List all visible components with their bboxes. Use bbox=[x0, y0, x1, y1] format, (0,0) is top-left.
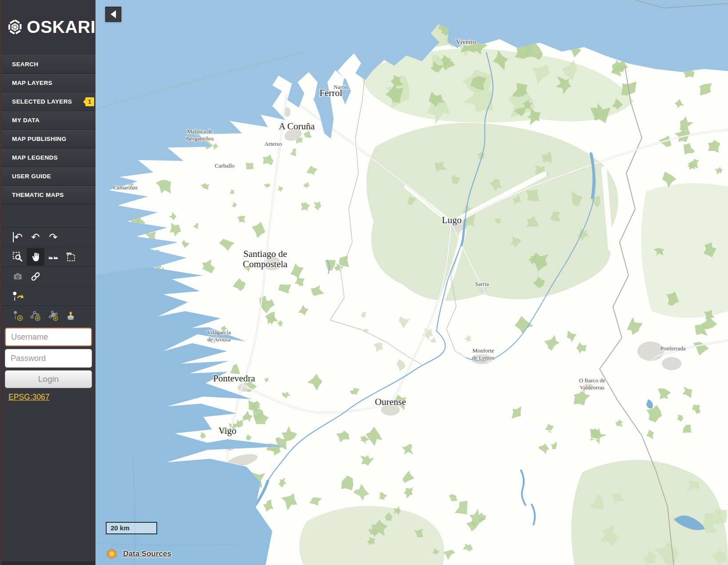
toolbar-row-marker bbox=[1, 286, 95, 305]
menu-label: MAP PUBLISHING bbox=[12, 136, 66, 142]
panel-collapse-button[interactable] bbox=[105, 7, 121, 22]
menu-label: USER GUIDE bbox=[12, 173, 51, 180]
menu-label: SELECTED LAYERS bbox=[12, 98, 72, 105]
camera-icon bbox=[12, 271, 24, 282]
toolbar-row-myplaces bbox=[1, 305, 95, 325]
link-icon bbox=[30, 271, 41, 282]
scale-bar-label: 20 km bbox=[111, 524, 130, 532]
add-point-button[interactable] bbox=[9, 307, 27, 325]
menu-item-search[interactable]: SEARCH bbox=[1, 55, 95, 74]
history-reset-icon: ↶ bbox=[13, 232, 23, 242]
map-label-camarinas: Camariñas bbox=[113, 184, 138, 191]
toolbar-row-history: ↶ ↶ ↷ bbox=[1, 227, 95, 247]
menu-label: THEMATIC MAPS bbox=[12, 192, 64, 198]
selected-layers-count-badge: 1 bbox=[85, 97, 94, 106]
toolbar-row-share bbox=[1, 266, 95, 286]
measure-area-icon bbox=[65, 251, 77, 263]
oskari-hexagon-logo-icon bbox=[107, 549, 117, 559]
oskari-app: OSKARI SEARCH MAP LAYERS SELECTED LAYERS… bbox=[0, 0, 728, 565]
add-area-button[interactable] bbox=[44, 307, 62, 325]
map-label-ferrol: Ferrol bbox=[319, 88, 342, 98]
add-line-button[interactable] bbox=[27, 307, 44, 325]
import-data-button[interactable] bbox=[62, 307, 80, 325]
history-reset-button[interactable]: ↶ bbox=[9, 228, 27, 246]
map-label-pontevedra: Pontevedra bbox=[213, 373, 255, 384]
zoom-box-icon bbox=[12, 251, 24, 263]
menu-item-selected-layers[interactable]: SELECTED LAYERS 1 bbox=[1, 92, 95, 111]
menu-label: SEARCH bbox=[12, 61, 38, 68]
measure-area-button[interactable] bbox=[62, 248, 80, 266]
map-label-malpica: Malpica deBergantiños bbox=[186, 128, 214, 142]
history-back-button[interactable]: ↶ bbox=[27, 228, 44, 246]
login-button[interactable]: Login bbox=[5, 370, 92, 388]
logo-text: OSKARI bbox=[27, 17, 95, 37]
oskari-logo: OSKARI bbox=[1, 0, 95, 54]
measure-line-button[interactable] bbox=[44, 248, 62, 266]
menu-item-map-layers[interactable]: MAP LAYERS bbox=[1, 74, 95, 92]
link-button[interactable] bbox=[27, 268, 44, 285]
add-marker-icon bbox=[11, 290, 28, 302]
oskari-hexagon-icon bbox=[6, 15, 24, 40]
menu-item-map-legends[interactable]: MAP LEGENDS bbox=[1, 148, 95, 167]
add-marker-button[interactable] bbox=[9, 287, 32, 305]
add-area-icon bbox=[48, 310, 59, 321]
menu-label: MAP LEGENDS bbox=[12, 154, 58, 161]
map-label-sarria: Sarria bbox=[475, 280, 489, 287]
redo-icon: ↷ bbox=[49, 232, 57, 242]
map-label-vilagarcia: Vilagarcíade Arousa bbox=[207, 329, 231, 343]
attribution: Data Sources bbox=[107, 549, 171, 559]
password-input[interactable] bbox=[5, 349, 92, 368]
map-label-viveiro: Viveiro bbox=[456, 38, 476, 45]
toolbar-row-basictools bbox=[1, 247, 95, 266]
map-label-monforte: Monfortede Lemos bbox=[472, 347, 495, 361]
add-line-icon bbox=[30, 310, 41, 321]
pan-hand-icon bbox=[30, 251, 41, 263]
add-point-icon bbox=[12, 310, 24, 321]
map-toolbar: ↶ ↶ ↷ bbox=[1, 227, 95, 325]
map-label-lugo: Lugo bbox=[442, 215, 461, 225]
map-label-santiago: Santiago deCompostela bbox=[243, 248, 288, 269]
map-label-a-coruna: A Coruña bbox=[278, 121, 315, 132]
measure-line-icon bbox=[48, 251, 59, 263]
map-label-carballo: Carballo bbox=[215, 162, 235, 169]
map-label-ourense: Ourense bbox=[375, 397, 406, 407]
menu-item-my-data[interactable]: MY DATA bbox=[1, 111, 95, 130]
data-sources-link[interactable]: Data Sources bbox=[123, 549, 171, 558]
map-label-o-barco: O Barco deValdeorras bbox=[579, 377, 605, 391]
import-data-icon bbox=[65, 310, 77, 321]
username-input[interactable] bbox=[5, 328, 92, 346]
map-canvas[interactable]: ViveiroNarónFerrolA CoruñaMalpica deBerg… bbox=[95, 0, 728, 565]
menu-item-map-publishing[interactable]: MAP PUBLISHING bbox=[1, 130, 95, 148]
main-menu: SEARCH MAP LAYERS SELECTED LAYERS 1 MY D… bbox=[1, 55, 95, 204]
map-label-vigo: Vigo bbox=[219, 425, 237, 436]
map-viewport[interactable]: ViveiroNarónFerrolA CoruñaMalpica deBerg… bbox=[95, 0, 728, 565]
menu-label: MY DATA bbox=[12, 117, 40, 124]
chevron-left-icon bbox=[111, 10, 116, 18]
menu-item-thematic-maps[interactable]: THEMATIC MAPS bbox=[1, 186, 95, 204]
menu-label: MAP LAYERS bbox=[12, 80, 52, 86]
map-label-ponferrada: Ponferrada bbox=[660, 345, 685, 352]
login-form: Login EPSG:3067 bbox=[1, 328, 95, 402]
scale-bar: 20 km bbox=[106, 522, 157, 534]
pan-tool-button[interactable] bbox=[27, 248, 44, 266]
undo-icon: ↶ bbox=[31, 232, 40, 242]
map-label-arteixo: Arteixo bbox=[264, 140, 282, 147]
screenshot-button[interactable] bbox=[9, 268, 27, 285]
menu-item-user-guide[interactable]: USER GUIDE bbox=[1, 167, 95, 186]
epsg-link[interactable]: EPSG:3067 bbox=[8, 393, 49, 402]
zoom-box-button[interactable] bbox=[9, 248, 27, 266]
history-forward-button[interactable]: ↷ bbox=[44, 228, 62, 246]
sidebar: OSKARI SEARCH MAP LAYERS SELECTED LAYERS… bbox=[0, 0, 95, 565]
